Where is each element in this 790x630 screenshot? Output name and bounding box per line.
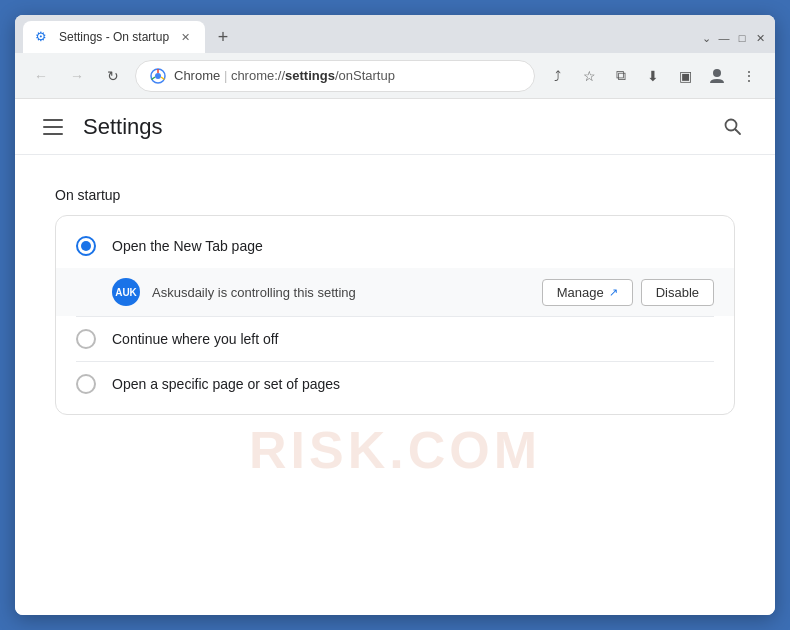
chrome-logo-icon xyxy=(150,68,166,84)
option-open-new-tab-label: Open the New Tab page xyxy=(112,238,263,254)
profile-icon[interactable] xyxy=(703,62,731,90)
external-link-icon: ↗ xyxy=(609,286,618,299)
browser-window: ⚙ Settings - On startup ✕ + ⌄ — □ ✕ ← → … xyxy=(15,15,775,615)
extension-control-row: AUK Askusdaily is controlling this setti… xyxy=(56,268,734,316)
tab-title: Settings - On startup xyxy=(59,30,169,44)
svg-line-3 xyxy=(152,77,156,80)
extension-icon: AUK xyxy=(112,278,140,306)
svg-point-6 xyxy=(726,119,737,130)
url-prefix: chrome:// xyxy=(231,68,285,83)
option-specific-page[interactable]: Open a specific page or set of pages xyxy=(56,362,734,406)
back-button[interactable]: ← xyxy=(27,62,55,90)
settings-body: PC RISK.COM On startup Open the New Tab … xyxy=(15,155,775,615)
search-settings-button[interactable] xyxy=(715,109,751,145)
option-continue[interactable]: Continue where you left off xyxy=(56,317,734,361)
url-bar[interactable]: Chrome | chrome://settings/onStartup xyxy=(135,60,535,92)
restore-button[interactable]: □ xyxy=(735,31,749,45)
disable-extension-button[interactable]: Disable xyxy=(641,279,714,306)
settings-page-title: Settings xyxy=(83,114,163,140)
watermark-risk-text: RISK.COM xyxy=(249,420,541,480)
radio-continue[interactable] xyxy=(76,329,96,349)
option-continue-label: Continue where you left off xyxy=(112,331,278,347)
url-text: Chrome | chrome://settings/onStartup xyxy=(174,68,395,83)
download-icon[interactable]: ⬇ xyxy=(639,62,667,90)
radio-specific-page[interactable] xyxy=(76,374,96,394)
new-tab-button[interactable]: + xyxy=(209,23,237,51)
hamburger-line-1 xyxy=(43,119,63,121)
svg-line-7 xyxy=(736,129,741,134)
extensions-icon[interactable]: ⧉ xyxy=(607,62,635,90)
bookmark-icon[interactable]: ☆ xyxy=(575,62,603,90)
address-bar: ← → ↻ Chrome | chrome://settings/onStart… xyxy=(15,53,775,99)
on-startup-section-title: On startup xyxy=(55,187,735,203)
url-main: settings xyxy=(285,68,335,83)
forward-button[interactable]: → xyxy=(63,62,91,90)
svg-line-4 xyxy=(161,77,165,80)
radio-open-new-tab[interactable] xyxy=(76,236,96,256)
search-icon xyxy=(723,117,743,137)
hamburger-menu-button[interactable] xyxy=(39,113,67,141)
option-open-new-tab[interactable]: Open the New Tab page xyxy=(56,224,734,268)
extension-control-text: Askusdaily is controlling this setting xyxy=(152,285,530,300)
manage-extension-button[interactable]: Manage ↗ xyxy=(542,279,633,306)
window-controls: ⌄ — □ ✕ xyxy=(699,31,767,45)
sidebar-icon[interactable]: ▣ xyxy=(671,62,699,90)
url-suffix: /onStartup xyxy=(335,68,395,83)
startup-options-card: Open the New Tab page AUK Askusdaily is … xyxy=(55,215,735,415)
browser-name: Chrome xyxy=(174,68,220,83)
extension-actions: Manage ↗ Disable xyxy=(542,279,714,306)
tab-close-button[interactable]: ✕ xyxy=(177,29,193,45)
refresh-button[interactable]: ↻ xyxy=(99,62,127,90)
hamburger-line-3 xyxy=(43,133,63,135)
collapse-button[interactable]: ⌄ xyxy=(699,31,713,45)
hamburger-line-2 xyxy=(43,126,63,128)
page-content: Settings PC RISK.COM On startup Open th xyxy=(15,99,775,615)
option-specific-page-label: Open a specific page or set of pages xyxy=(112,376,340,392)
share-icon[interactable]: ⤴ xyxy=(543,62,571,90)
settings-header: Settings xyxy=(15,99,775,155)
tab-favicon: ⚙ xyxy=(35,29,51,45)
minimize-button[interactable]: — xyxy=(717,31,731,45)
close-button[interactable]: ✕ xyxy=(753,31,767,45)
title-bar: ⚙ Settings - On startup ✕ + ⌄ — □ ✕ xyxy=(15,15,775,53)
svg-point-1 xyxy=(155,73,161,79)
address-icons: ⤴ ☆ ⧉ ⬇ ▣ ⋮ xyxy=(543,62,763,90)
svg-point-5 xyxy=(713,69,721,77)
chrome-menu-icon[interactable]: ⋮ xyxy=(735,62,763,90)
active-tab[interactable]: ⚙ Settings - On startup ✕ xyxy=(23,21,205,53)
